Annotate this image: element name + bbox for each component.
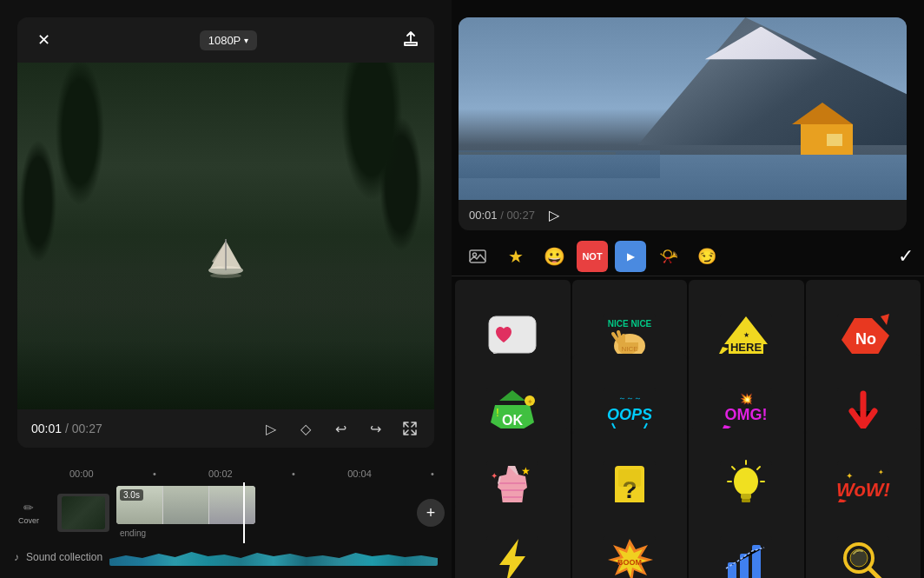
svg-text:!: ! — [497, 407, 499, 419]
right-panel-inner: 00:01 / 00:27 ▷ ★ 😀 NOT ▶ 📯 😏 — [452, 0, 924, 578]
timeline-ruler: 00:00 • 00:02 • 00:04 • — [0, 465, 452, 482]
sticker-tool-cone[interactable]: 📯 — [653, 241, 684, 272]
clip-cover-thumbnail[interactable] — [57, 494, 109, 532]
clip-pending-label: ending — [120, 528, 146, 538]
close-button[interactable]: ✕ — [31, 28, 56, 52]
right-video-container: 00:01 / 00:27 ▷ — [459, 17, 907, 230]
svg-text:💥: 💥 — [740, 392, 753, 405]
time-display: 00:01 / 00:27 — [31, 422, 102, 435]
clip-duration: 3.0s — [120, 489, 143, 501]
time-current: 00:01 — [31, 422, 62, 435]
sticker-toolbar: ★ 😀 NOT ▶ 📯 😏 ✓ — [452, 237, 924, 276]
svg-text:OK: OK — [502, 413, 523, 428]
svg-text:---: --- — [626, 477, 633, 485]
sticker-tool-star[interactable]: ★ — [500, 241, 531, 272]
music-icon: ♪ — [14, 551, 19, 563]
sticker-tool-iplay[interactable]: ▶ — [615, 241, 646, 272]
water-foreground — [459, 150, 660, 178]
svg-rect-7 — [489, 316, 536, 353]
sticker-chart-bars[interactable] — [689, 502, 804, 578]
sticker-lightning[interactable] — [455, 502, 571, 578]
video-editor-container: ✕ 1080P ▾ — [17, 17, 434, 448]
sticker-tool-not-badge[interactable]: NOT — [577, 241, 608, 272]
sound-collection-label: Sound collection — [26, 551, 102, 563]
water-reflection — [17, 270, 434, 409]
fullscreen-button[interactable] — [399, 418, 420, 439]
video-editor-header: ✕ 1080P ▾ — [17, 17, 434, 63]
svg-text:HERE: HERE — [730, 341, 762, 354]
svg-point-6 — [473, 253, 477, 256]
sticker-magnifier[interactable] — [806, 502, 921, 578]
track-label: ✏ Cover — [7, 501, 50, 525]
playback-controls: ▷ ◇ ↩ ↪ — [261, 418, 420, 439]
confirm-button[interactable]: ✓ — [898, 245, 914, 268]
right-time-display: 00:01 / 00:27 — [469, 209, 535, 222]
svg-text:✦: ✦ — [491, 471, 498, 481]
house-body — [801, 124, 853, 155]
sticker-grid: NICE NICE NICE HERE ★ — [452, 276, 924, 578]
sticker-explosion[interactable]: BOOM — [572, 502, 688, 578]
svg-rect-39 — [741, 494, 751, 499]
svg-text:WoW!: WoW! — [836, 479, 890, 501]
svg-text:✦: ✦ — [878, 468, 884, 476]
timeline-tracks: ✏ Cover 3.0s ending + — [0, 482, 452, 543]
right-play-button[interactable]: ▷ — [549, 207, 559, 223]
svg-text:No: No — [855, 330, 876, 348]
svg-text:BOOM: BOOM — [617, 558, 642, 567]
svg-text:★: ★ — [521, 465, 531, 477]
svg-text:✦: ✦ — [527, 398, 533, 406]
sticker-tool-smirk[interactable]: 😏 — [691, 241, 723, 272]
right-time-current: 00:01 — [469, 209, 498, 222]
svg-point-38 — [734, 468, 758, 495]
right-time-total: 00:27 — [506, 209, 535, 222]
house-roof — [792, 103, 853, 124]
svg-text:OOPS: OOPS — [607, 406, 652, 423]
redo-button[interactable]: ↪ — [365, 418, 386, 439]
timeline-ruler-labels: 00:00 • 00:02 • 00:04 • — [69, 468, 434, 479]
left-panel: ✕ 1080P ▾ — [0, 0, 452, 578]
waveform — [109, 548, 438, 566]
clip-main-area: 3.0s ending — [116, 486, 403, 540]
sound-collection-bar[interactable]: ♪ Sound collection — [0, 543, 452, 571]
time-total: 00:27 — [72, 422, 102, 435]
add-clip-button[interactable]: + — [417, 499, 445, 527]
keyframe-button[interactable]: ◇ — [295, 418, 316, 439]
svg-text:★: ★ — [743, 331, 749, 339]
house-window — [827, 134, 842, 146]
resolution-selector[interactable]: 1080P ▾ — [200, 30, 258, 50]
right-video-preview — [459, 17, 907, 200]
svg-text:～～～: ～～～ — [617, 394, 641, 402]
svg-text:OMG!: OMG! — [725, 406, 768, 423]
right-video-controls: 00:01 / 00:27 ▷ — [459, 200, 907, 230]
playhead — [243, 482, 245, 543]
svg-text:NICE NICE: NICE NICE — [607, 319, 651, 329]
undo-button[interactable]: ↩ — [330, 418, 351, 439]
svg-text:✦: ✦ — [846, 471, 853, 481]
sticker-tool-emoji[interactable]: 😀 — [538, 241, 570, 272]
yellow-house — [792, 103, 861, 155]
play-button[interactable]: ▷ — [261, 418, 281, 439]
video-preview — [17, 63, 434, 409]
cover-label: Cover — [18, 516, 39, 525]
video-controls-bar: 00:01 / 00:27 ▷ ◇ ↩ ↪ — [17, 409, 434, 448]
export-button[interactable] — [401, 29, 420, 52]
svg-rect-5 — [470, 250, 485, 262]
chevron-down-icon: ▾ — [244, 36, 248, 45]
timeline-area: 00:00 • 00:02 • 00:04 • ✏ Cover 3.0s — [0, 465, 452, 578]
right-panel: 00:01 / 00:27 ▷ ★ 😀 NOT ▶ 📯 😏 — [452, 0, 924, 578]
video-preview-background — [17, 63, 434, 409]
svg-text:NICE: NICE — [621, 345, 637, 353]
sticker-tool-image[interactable] — [462, 241, 493, 272]
edit-icon: ✏ — [23, 501, 34, 515]
